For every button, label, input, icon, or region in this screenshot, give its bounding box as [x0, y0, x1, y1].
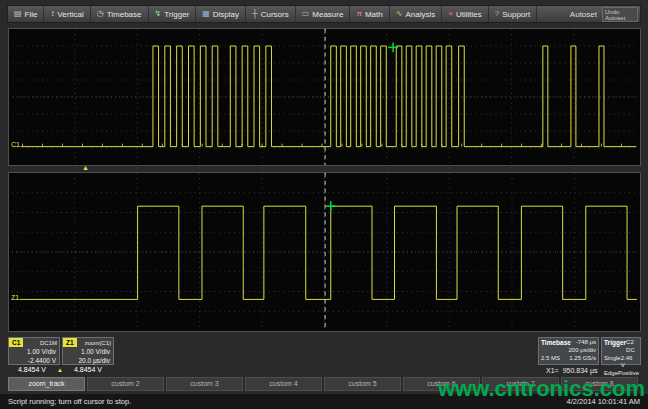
- trigger-level: 2.46 V: [621, 355, 638, 371]
- menu-item-file[interactable]: ▤File: [8, 6, 44, 22]
- utilities-icon: ×: [448, 10, 453, 18]
- trigger-mode: Single: [604, 355, 621, 371]
- timebase-rate: 1.25 GS/s: [569, 355, 596, 363]
- z1-descriptor-header: Z1 zoom(C1): [63, 338, 113, 347]
- tab-custom-2[interactable]: custom 2: [87, 377, 164, 391]
- c1-coupling: DC1M: [23, 340, 59, 346]
- z1-waveform-svg: [9, 173, 640, 331]
- zoom-position-marker-icon[interactable]: ▲: [82, 164, 89, 171]
- menu-bar: ▤File↕Vertical◷Timebase↯Trigger▦Display┼…: [7, 5, 641, 23]
- menu-item-label: Support: [502, 10, 530, 19]
- menu-item-label: Display: [213, 10, 239, 19]
- menu-item-timebase[interactable]: ◷Timebase: [91, 6, 149, 22]
- menu-right: Autoset Undo Autoset: [570, 7, 640, 22]
- tab-custom-4[interactable]: custom 4: [245, 377, 322, 391]
- z1-channel-chip: Z1: [63, 338, 77, 347]
- menu-item-label: Measure: [312, 10, 343, 19]
- timebase-samples: 2.5 MS: [541, 355, 560, 363]
- menu-item-measure[interactable]: ▭Measure: [296, 6, 351, 22]
- trigger-box[interactable]: Trigger C2 DC Single 2.46 V Edge Positiv…: [601, 337, 641, 365]
- c1-level-value: 4.8454 V: [8, 366, 56, 373]
- file-icon: ▤: [14, 10, 22, 18]
- trigger-source: C2 DC: [626, 339, 638, 355]
- menu-item-cursors[interactable]: ┼Cursors: [246, 6, 296, 22]
- trigger-icon: ↯: [155, 10, 162, 18]
- timebase-offset: -748 μs: [576, 339, 596, 347]
- menu-item-label: File: [25, 10, 38, 19]
- c1-channel-chip: C1: [9, 338, 23, 347]
- menu-item-support[interactable]: ?Support: [489, 6, 537, 22]
- menu-items: ▤File↕Vertical◷Timebase↯Trigger▦Display┼…: [8, 6, 537, 22]
- measure-icon: ▭: [302, 10, 310, 18]
- watermark: www.cntronics.com: [438, 376, 645, 402]
- c1-offset: -2.4400 V: [9, 356, 59, 365]
- menu-item-display[interactable]: ▦Display: [196, 6, 246, 22]
- tab-custom-5[interactable]: custom 5: [324, 377, 401, 391]
- menu-item-label: Math: [365, 10, 383, 19]
- display-icon: ▦: [202, 10, 210, 18]
- menu-item-label: Vertical: [57, 10, 83, 19]
- cursor-x1-value: 950.834 μs: [563, 367, 598, 374]
- menu-item-analysis[interactable]: ∿Analysis: [390, 6, 443, 22]
- z1-source: zoom(C1): [77, 340, 113, 346]
- tab-zoom-track[interactable]: zoom_track: [8, 377, 85, 391]
- math-icon: π: [356, 10, 362, 18]
- cursors-icon: ┼: [252, 10, 258, 18]
- menu-item-label: Trigger: [164, 10, 189, 19]
- menu-item-label: Utilities: [456, 10, 482, 19]
- status-message: Script running; turn off cursor to stop.: [8, 397, 131, 406]
- z1-vdiv: 1.00 V/div: [63, 347, 113, 356]
- menu-item-label: Timebase: [107, 10, 142, 19]
- menu-item-utilities[interactable]: ×Utilities: [442, 6, 488, 22]
- autoset-button[interactable]: Autoset: [570, 10, 597, 19]
- timebase-box[interactable]: Timebase -748 μs 200 μs/div 2.5 MS 1.25 …: [538, 337, 599, 365]
- menu-item-vertical[interactable]: ↕Vertical: [44, 6, 90, 22]
- value-marker-icon: ▲: [57, 367, 63, 374]
- z1-tdiv: 20.0 μs/div: [63, 356, 113, 365]
- menu-item-label: Analysis: [405, 10, 435, 19]
- timebase-scale: 200 μs/div: [569, 347, 596, 355]
- c1-waveform-panel[interactable]: C1: [8, 28, 641, 166]
- z1-trace-label: Z1: [10, 294, 20, 301]
- c1-trace-label: C1: [10, 141, 21, 148]
- menu-item-math[interactable]: πMath: [350, 6, 389, 22]
- cursor-x1-label: X1=: [546, 367, 559, 374]
- support-icon: ?: [495, 10, 499, 18]
- cursor-readout: X1=950.834 μs: [546, 367, 601, 374]
- menu-item-label: Cursors: [261, 10, 289, 19]
- c1-descriptor-box[interactable]: C1 DC1M 1.00 V/div -2.4400 V: [8, 337, 60, 365]
- tab-custom-3[interactable]: custom 3: [166, 377, 243, 391]
- undo-autoset-button[interactable]: Undo Autoset: [602, 7, 638, 22]
- analysis-icon: ∿: [396, 10, 403, 18]
- z1-waveform-panel[interactable]: Z1: [8, 172, 641, 332]
- c1-descriptor-header: C1 DC1M: [9, 338, 59, 347]
- z1-tracking-cross-icon: [326, 201, 336, 211]
- timebase-title: Timebase: [541, 339, 571, 347]
- vertical-icon: ↕: [50, 10, 54, 18]
- menu-item-trigger[interactable]: ↯Trigger: [149, 6, 197, 22]
- c1-vdiv: 1.00 V/div: [9, 347, 59, 356]
- z1-descriptor-box[interactable]: Z1 zoom(C1) 1.00 V/div 20.0 μs/div: [62, 337, 114, 365]
- timebase-icon: ◷: [97, 10, 104, 18]
- trigger-title: Trigger: [604, 339, 626, 355]
- c1-waveform-svg: [9, 29, 640, 165]
- z1-level-value: 4.8454 V: [64, 366, 112, 373]
